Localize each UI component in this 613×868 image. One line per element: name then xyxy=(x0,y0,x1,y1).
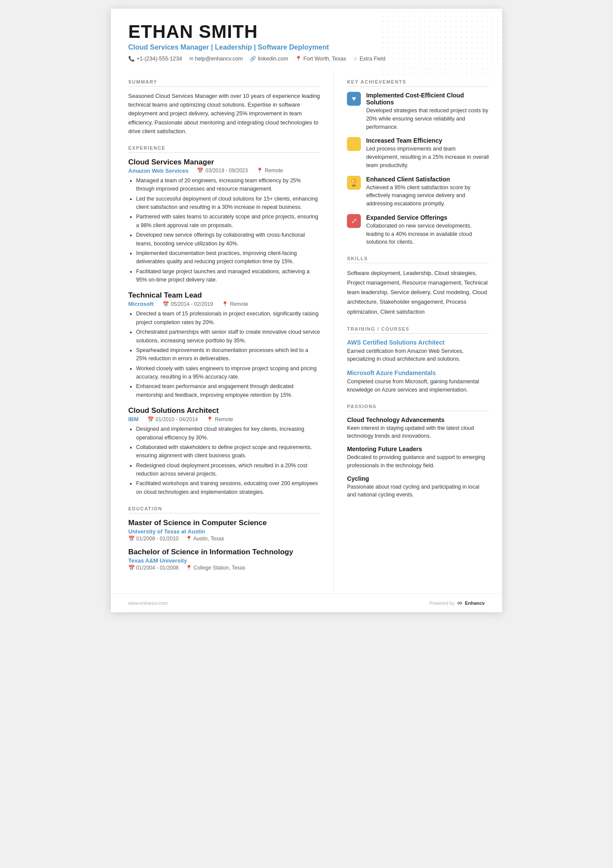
job-meta-3: IBM 📅 01/2010 - 04/2014 📍 Remote xyxy=(128,416,320,422)
location-icon: 📍 xyxy=(295,56,302,62)
job-location-2: 📍 Remote xyxy=(222,301,248,307)
achievement-item-4: ⤢ Expanded Service Offerings Collaborate… xyxy=(347,214,489,246)
phone-icon: 📞 xyxy=(128,56,135,62)
ach-title-3: Enhanced Client Satisfaction xyxy=(366,176,489,183)
ach-desc-4: Collaborated on new service developments… xyxy=(366,222,489,246)
achievements-section: KEY ACHIEVEMENTS ♥ Implemented Cost-Effi… xyxy=(347,79,489,246)
job-entry-1: Cloud Services Manager Amazon Web Servic… xyxy=(128,158,320,285)
cal-edu-1: 📅 xyxy=(128,536,135,542)
achievement-icon-1: ♥ xyxy=(347,92,361,106)
edu-meta-2: 📅 01/2004 - 01/2008 📍 College Station, T… xyxy=(128,565,320,571)
pin-edu-2: 📍 xyxy=(186,565,192,571)
footer-brand: Powered by ∞ Enhancv xyxy=(430,599,485,607)
job-dates-3: 📅 01/2010 - 04/2014 xyxy=(147,416,198,422)
training-course-2: Microsoft Azure Fundamentals xyxy=(347,369,489,376)
bullet-1-3: Partnered with sales teams to accurately… xyxy=(136,213,320,230)
passion-desc-3: Passionate about road cycling and partic… xyxy=(347,483,489,499)
ach-desc-2: Led process improvements and team develo… xyxy=(366,145,489,169)
bullet-1-4: Developed new service offerings by colla… xyxy=(136,231,320,248)
training-item-2: Microsoft Azure Fundamentals Completed c… xyxy=(347,369,489,394)
achievement-item-2: ⚡ Increased Team Efficiency Led process … xyxy=(347,137,489,169)
training-desc-2: Completed course from Microsoft, gaining… xyxy=(347,378,489,394)
job-meta-2: Microsoft 📅 05/2014 - 02/2019 📍 Remote xyxy=(128,301,320,307)
ach-desc-1: Developed strategies that reduced projec… xyxy=(366,107,489,131)
star-icon: ☆ xyxy=(353,56,358,62)
summary-text: Seasoned Cloud Services Manager with ove… xyxy=(128,92,320,136)
bullet-2-2: Orchestrated partnerships with senior st… xyxy=(136,328,320,345)
skills-section: SKILLS Software deployment, Leadership, … xyxy=(347,256,489,316)
training-item-1: AWS Certified Solutions Architect Earned… xyxy=(347,339,489,364)
achievement-icon-4: ⤢ xyxy=(347,214,361,228)
footer-website: www.enhancv.com xyxy=(128,600,168,606)
ach-title-2: Increased Team Efficiency xyxy=(366,137,489,144)
edu-degree-1: Master of Science in Computer Science xyxy=(128,519,320,527)
experience-title: EXPERIENCE xyxy=(128,145,320,153)
powered-by-label: Powered by xyxy=(430,600,455,606)
calendar-icon-3: 📅 xyxy=(147,416,154,422)
ach-desc-3: Achieved a 95% client satisfaction score… xyxy=(366,184,489,208)
training-desc-1: Earned certification from Amazon Web Ser… xyxy=(347,347,489,364)
passion-title-2: Mentoring Future Leaders xyxy=(347,446,489,452)
achievement-text-1: Implemented Cost-Efficient Cloud Solutio… xyxy=(366,92,489,131)
job-bullets-3: Designed and implemented cloud strategie… xyxy=(128,425,320,496)
job-bullets-2: Directed a team of 15 professionals in p… xyxy=(128,310,320,399)
bullet-2-4: Worked closely with sales engineers to i… xyxy=(136,365,320,382)
achievement-item-1: ♥ Implemented Cost-Efficient Cloud Solut… xyxy=(347,92,489,131)
experience-section: EXPERIENCE Cloud Services Manager Amazon… xyxy=(128,145,320,496)
training-course-1: AWS Certified Solutions Architect xyxy=(347,339,489,346)
bullet-2-3: Spearheaded improvements in documentatio… xyxy=(136,346,320,363)
passion-title-1: Cloud Technology Advancements xyxy=(347,416,489,423)
calendar-icon-1: 📅 xyxy=(197,168,203,174)
job-title-2: Technical Team Lead xyxy=(128,291,320,300)
passion-desc-1: Keen interest in staying updated with th… xyxy=(347,424,489,441)
job-company-2: Microsoft xyxy=(128,301,154,307)
passion-item-2: Mentoring Future Leaders Dedicated to pr… xyxy=(347,446,489,470)
achievement-item-3: 🏆 Enhanced Client Satisfaction Achieved … xyxy=(347,176,489,208)
edu-degree-2: Bachelor of Science in Information Techn… xyxy=(128,548,320,556)
achievement-text-2: Increased Team Efficiency Led process im… xyxy=(366,137,489,169)
pin-icon-2: 📍 xyxy=(222,301,228,307)
job-title-3: Cloud Solutions Architect xyxy=(128,406,320,415)
edu-entry-1: Master of Science in Computer Science Un… xyxy=(128,519,320,542)
training-title: TRAINING / COURSES xyxy=(347,326,489,334)
job-dates-2: 📅 05/2014 - 02/2019 xyxy=(163,301,213,307)
job-entry-3: Cloud Solutions Architect IBM 📅 01/2010 … xyxy=(128,406,320,496)
job-entry-2: Technical Team Lead Microsoft 📅 05/2014 … xyxy=(128,291,320,399)
passion-desc-2: Dedicated to providing guidance and supp… xyxy=(347,453,489,470)
achievement-icon-2: ⚡ xyxy=(347,137,361,151)
contact-email: ✉ help@enhancv.com xyxy=(189,56,243,62)
job-location-1: 📍 Remote xyxy=(257,168,283,174)
bullet-3-3: Redesigned cloud deployment processes, w… xyxy=(136,462,320,479)
passion-item-3: Cycling Passionate about road cycling an… xyxy=(347,475,489,499)
job-dates-1: 📅 03/2019 - 09/2023 xyxy=(197,168,247,174)
bullet-1-6: Facilitated large project launches and m… xyxy=(136,268,320,285)
job-company-3: IBM xyxy=(128,416,139,422)
edu-school-1: University of Texas at Austin xyxy=(128,528,320,535)
achievement-text-3: Enhanced Client Satisfaction Achieved a … xyxy=(366,176,489,208)
ach-title-1: Implemented Cost-Efficient Cloud Solutio… xyxy=(366,92,489,106)
achievement-text-4: Expanded Service Offerings Collaborated … xyxy=(366,214,489,246)
bullet-1-5: Implemented documentation best practices… xyxy=(136,249,320,266)
bullet-3-2: Collaborated with stakeholders to define… xyxy=(136,443,320,460)
right-column: KEY ACHIEVEMENTS ♥ Implemented Cost-Effi… xyxy=(334,70,502,593)
job-bullets-1: Managed a team of 20 engineers, increasi… xyxy=(128,177,320,285)
brand-name: Enhancv xyxy=(465,600,485,606)
left-column: SUMMARY Seasoned Cloud Services Manager … xyxy=(111,70,334,593)
resume-header: ETHAN SMITH Cloud Services Manager | Lea… xyxy=(111,9,502,70)
bullet-3-1: Designed and implemented cloud strategie… xyxy=(136,425,320,442)
candidate-name: ETHAN SMITH xyxy=(128,22,485,42)
skills-text: Software deployment, Leadership, Cloud s… xyxy=(347,268,489,316)
education-title: EDUCATION xyxy=(128,506,320,513)
bullet-3-4: Facilitated workshops and training sessi… xyxy=(136,479,320,496)
bullet-1-1: Managed a team of 20 engineers, increasi… xyxy=(136,177,320,194)
edu-meta-1: 📅 01/2008 - 01/2010 📍 Austin, Texas xyxy=(128,536,320,542)
cal-edu-2: 📅 xyxy=(128,565,135,571)
resume-document: ETHAN SMITH Cloud Services Manager | Lea… xyxy=(111,9,502,612)
ach-title-4: Expanded Service Offerings xyxy=(366,214,489,221)
bullet-2-5: Enhanced team performance and engagement… xyxy=(136,382,320,399)
edu-entry-2: Bachelor of Science in Information Techn… xyxy=(128,548,320,571)
summary-title: SUMMARY xyxy=(128,79,320,87)
summary-section: SUMMARY Seasoned Cloud Services Manager … xyxy=(128,79,320,136)
passions-title: PASSIONS xyxy=(347,404,489,411)
job-title-1: Cloud Services Manager xyxy=(128,158,320,167)
